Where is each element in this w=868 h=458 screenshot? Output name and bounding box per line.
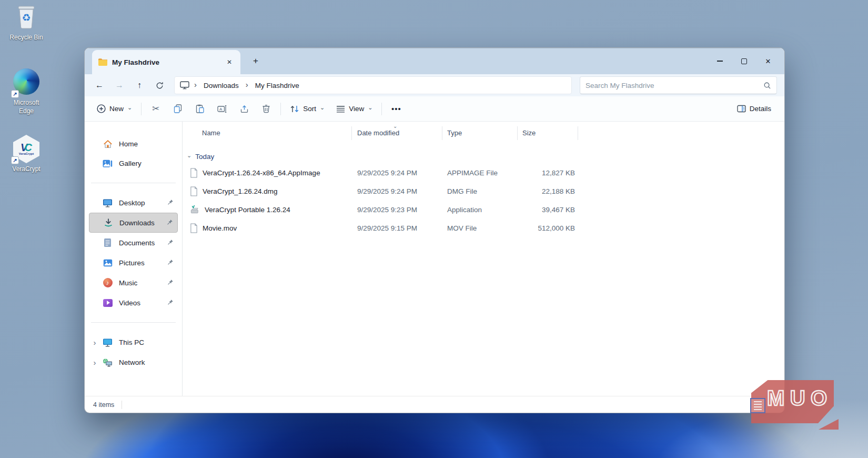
forward-button[interactable]: → (110, 77, 129, 94)
sidebar-item-gallery[interactable]: Gallery (89, 154, 178, 173)
sidebar-item-label: Pictures (119, 259, 145, 267)
column-header-size[interactable]: Size (518, 126, 578, 140)
desktop-icon-label: VeraCrypt (4, 165, 48, 174)
this-pc-icon (103, 337, 113, 347)
toolbar-separator (381, 103, 382, 115)
file-date: 9/29/2025 9:23 PM (352, 206, 442, 214)
more-icon: ••• (391, 104, 401, 113)
chevron-down-icon: ⌄ (127, 105, 132, 111)
refresh-button[interactable] (150, 77, 169, 94)
command-bar: New ⌄ ✂ A (85, 96, 784, 122)
statusbar-separator (122, 401, 122, 409)
file-name: VeraCrypt Portable 1.26.24 (205, 206, 290, 214)
details-button[interactable]: Details (731, 99, 777, 118)
desktop-icon-label: Microsoft Edge (8, 99, 45, 115)
maximize-button[interactable] (732, 52, 756, 71)
sidebar-item-label: Gallery (119, 160, 142, 167)
search-icon (763, 82, 771, 89)
sort-button[interactable]: Sort ⌄ (284, 99, 330, 118)
minimize-icon (717, 61, 723, 62)
copy-button[interactable] (167, 99, 189, 118)
sidebar-separator (91, 322, 176, 323)
column-header-name[interactable]: Name (183, 126, 352, 140)
file-row-appimage[interactable]: VeraCrypt-1.26.24-x86_64.AppImage 9/29/2… (183, 164, 784, 182)
view-button[interactable]: View ⌄ (330, 99, 378, 118)
breadcrumb-my-flashdrive[interactable]: My Flashdrive (253, 81, 301, 91)
pin-icon (167, 199, 174, 207)
muo-triangle (819, 419, 839, 430)
file-list: Name ⌄ Date modified Type Size ⌄ Today (183, 122, 784, 396)
sidebar-item-home[interactable]: Home (89, 134, 178, 154)
close-button[interactable]: ✕ (756, 52, 780, 71)
back-button[interactable]: ← (90, 77, 109, 94)
sidebar-item-this-pc[interactable]: › This PC (89, 332, 178, 352)
file-type: MOV File (442, 224, 518, 232)
minimize-button[interactable] (708, 52, 732, 71)
sidebar-item-label: Music (119, 279, 137, 287)
breadcrumb-chevron-icon: › (245, 81, 249, 90)
file-type: DMG File (442, 187, 518, 195)
file-row-veracrypt-portable[interactable]: VeraCrypt Portable 1.26.24 9/29/2025 9:2… (183, 201, 784, 219)
file-type: APPIMAGE File (442, 169, 518, 177)
titlebar: My Flashdrive ✕ + ✕ (85, 48, 784, 74)
sidebar-item-pictures[interactable]: Pictures (89, 253, 178, 273)
share-icon (240, 105, 249, 113)
share-button[interactable] (233, 99, 255, 118)
column-header-date-modified[interactable]: ⌄ Date modified (352, 126, 442, 140)
tab-close-button[interactable]: ✕ (224, 56, 235, 68)
sidebar-item-music[interactable]: ♪ Music (89, 273, 178, 293)
search-box[interactable] (580, 76, 777, 94)
pin-icon (167, 259, 174, 267)
desktop-folder-icon (103, 198, 113, 208)
music-icon: ♪ (103, 278, 113, 288)
breadcrumb-downloads[interactable]: Downloads (201, 81, 241, 91)
sidebar-item-documents[interactable]: Documents (89, 233, 178, 253)
file-row-dmg[interactable]: VeraCrypt_1.26.24.dmg 9/29/2025 9:24 PM … (183, 182, 784, 201)
sidebar-item-label: Downloads (119, 219, 155, 227)
up-button[interactable]: ↑ (130, 77, 149, 94)
rename-button[interactable]: A (211, 99, 233, 118)
home-icon (103, 139, 113, 149)
network-icon (103, 357, 113, 367)
sidebar-item-label: Desktop (119, 199, 145, 207)
breadcrumb-chevron-icon: › (193, 81, 198, 90)
column-header-type[interactable]: Type (442, 126, 518, 140)
file-row-movie[interactable]: Movie.mov 9/29/2025 9:15 PM MOV File 512… (183, 219, 784, 237)
new-tab-button[interactable]: + (249, 55, 263, 68)
file-icon (190, 168, 198, 178)
file-explorer-window: My Flashdrive ✕ + ✕ ← → ↑ (84, 47, 785, 413)
pin-icon (167, 219, 173, 227)
new-button[interactable]: New ⌄ (91, 99, 138, 118)
file-name: VeraCrypt-1.26.24-x86_64.AppImage (203, 169, 320, 177)
chevron-right-icon[interactable]: › (91, 338, 98, 347)
sidebar-item-network[interactable]: › Network (89, 352, 178, 372)
navigation-pane: Home Gallery (85, 122, 183, 396)
paste-button[interactable] (189, 99, 211, 118)
folder-icon (98, 58, 107, 66)
explorer-tab[interactable]: My Flashdrive ✕ (92, 50, 240, 74)
sidebar-item-downloads[interactable]: Downloads (89, 213, 178, 233)
file-size: 22,188 KB (518, 187, 578, 195)
file-size: 39,467 KB (518, 206, 578, 214)
refresh-icon (156, 82, 164, 89)
details-pane-icon (737, 105, 746, 113)
desktop-icon-veracrypt[interactable]: VC VeraCrypt ↗ VeraCrypt (4, 135, 48, 174)
sidebar-item-videos[interactable]: Videos (89, 293, 178, 313)
address-bar[interactable]: › Downloads › My Flashdrive (174, 76, 572, 94)
file-name: VeraCrypt_1.26.24.dmg (203, 187, 278, 195)
cut-button[interactable]: ✂ (145, 99, 167, 118)
group-label: Today (195, 153, 214, 161)
desktop-icon-microsoft-edge[interactable]: ↗ Microsoft Edge (4, 67, 48, 115)
sidebar-item-desktop[interactable]: Desktop (89, 193, 178, 213)
veracrypt-icon: VC VeraCrypt ↗ (12, 135, 41, 163)
desktop-icon-recycle-bin[interactable]: ♻ Recycle Bin (4, 3, 48, 42)
more-options-button[interactable]: ••• (385, 99, 407, 118)
sidebar-separator (91, 183, 176, 183)
chevron-right-icon[interactable]: › (91, 358, 98, 367)
desktop-icon-label: Recycle Bin (4, 34, 48, 42)
sort-direction-icon: ⌄ (393, 120, 397, 133)
delete-button[interactable] (255, 99, 277, 118)
application-icon (190, 205, 200, 215)
group-header-today[interactable]: ⌄ Today (187, 149, 784, 164)
search-input[interactable] (586, 82, 759, 89)
